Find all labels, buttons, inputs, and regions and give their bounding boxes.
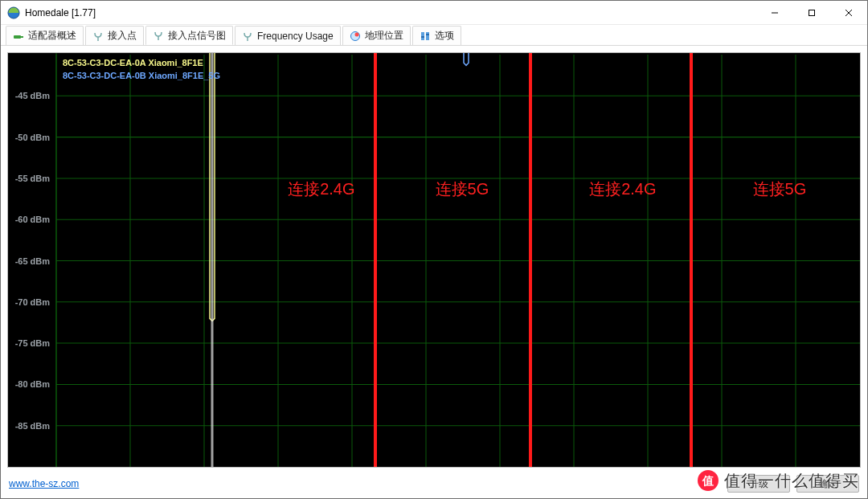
window-controls bbox=[756, 1, 867, 24]
content-area: -45 dBm-50 dBm-55 dBm-60 dBm-65 dBm-70 d… bbox=[1, 46, 867, 472]
chart-annotation: 连接2.4G bbox=[288, 180, 354, 198]
options-icon bbox=[420, 31, 431, 42]
yaxis-tick-label: -85 dBm bbox=[15, 421, 51, 431]
antenna-icon bbox=[92, 31, 104, 42]
antenna-icon bbox=[242, 31, 253, 42]
homepage-link[interactable]: www.the-sz.com bbox=[9, 478, 79, 489]
signal-chart[interactable]: -45 dBm-50 dBm-55 dBm-60 dBm-65 dBm-70 d… bbox=[7, 52, 861, 468]
chart-canvas: -45 dBm-50 dBm-55 dBm-60 dBm-65 dBm-70 d… bbox=[8, 53, 860, 467]
yaxis-tick-label: -60 dBm bbox=[15, 215, 51, 224]
yaxis-tick-label: -55 dBm bbox=[15, 174, 51, 183]
tab-geolocation[interactable]: 地理位置 bbox=[342, 26, 411, 45]
app-icon bbox=[7, 6, 20, 19]
close-button[interactable] bbox=[830, 1, 867, 24]
globe-pin-icon bbox=[350, 31, 361, 42]
chart-annotation: 连接2.4G bbox=[589, 180, 656, 198]
yaxis-tick-label: -75 dBm bbox=[15, 338, 51, 348]
svg-rect-15 bbox=[421, 36, 424, 38]
antenna-icon bbox=[153, 30, 164, 41]
svg-rect-17 bbox=[8, 53, 860, 467]
yaxis-tick-label: -65 dBm bbox=[15, 256, 51, 266]
legend-entry: 8C-53-C3-DC-EA-0B Xiaomi_8F1E_5G bbox=[63, 71, 220, 80]
tab-label: 接入点 bbox=[108, 29, 137, 43]
svg-rect-3 bbox=[809, 10, 815, 15]
chart-annotation: 连接5G bbox=[436, 180, 489, 198]
app-window: Homedale [1.77] 适配器概述 接入点 接入点信号图 Frequen… bbox=[0, 0, 868, 499]
tab-label: 接入点信号图 bbox=[168, 29, 226, 43]
tab-frequency-usage[interactable]: Frequency Usage bbox=[235, 26, 341, 45]
tab-access-points[interactable]: 接入点 bbox=[85, 26, 144, 45]
yaxis-tick-label: -45 dBm bbox=[15, 91, 51, 100]
tab-label: 适配器概述 bbox=[28, 29, 76, 43]
svg-rect-14 bbox=[426, 32, 429, 40]
tab-bar: 适配器概述 接入点 接入点信号图 Frequency Usage 地理位置 选项 bbox=[1, 25, 867, 46]
svg-rect-16 bbox=[426, 34, 429, 35]
yaxis-tick-label: -70 dBm bbox=[15, 297, 51, 307]
legend-entry: 8C-53-C3-DC-EA-0A Xiaomi_8F1E bbox=[63, 58, 203, 67]
upgrade-button[interactable]: 升级 bbox=[727, 475, 790, 493]
ok-button[interactable]: 确定 bbox=[796, 475, 859, 493]
tab-options[interactable]: 选项 bbox=[412, 26, 461, 45]
titlebar: Homedale [1.77] bbox=[1, 1, 867, 25]
tab-label: Frequency Usage bbox=[257, 31, 334, 42]
tab-adapter-overview[interactable]: 适配器概述 bbox=[6, 26, 84, 45]
maximize-button[interactable] bbox=[793, 1, 830, 24]
yaxis-tick-label: -80 dBm bbox=[15, 379, 51, 389]
window-title: Homedale [1.77] bbox=[25, 7, 96, 18]
adapter-icon bbox=[13, 31, 24, 42]
yaxis-tick-label: -50 dBm bbox=[15, 133, 51, 142]
svg-point-12 bbox=[354, 32, 358, 36]
tab-label: 选项 bbox=[435, 29, 454, 43]
svg-point-11 bbox=[350, 31, 359, 40]
minimize-button[interactable] bbox=[756, 1, 793, 24]
tab-signal-graph[interactable]: 接入点信号图 bbox=[145, 26, 233, 45]
footer-bar: www.the-sz.com 升级 确定 bbox=[1, 472, 867, 498]
svg-rect-7 bbox=[21, 36, 23, 38]
tab-label: 地理位置 bbox=[365, 29, 403, 43]
svg-rect-6 bbox=[14, 35, 21, 39]
chart-annotation: 连接5G bbox=[753, 180, 806, 198]
